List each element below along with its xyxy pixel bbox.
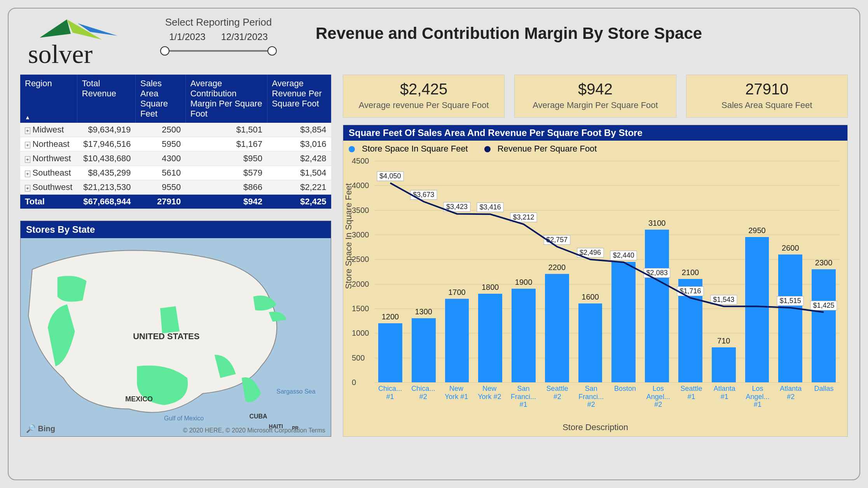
x-category[interactable]: Seattle#1 [679,385,703,403]
x-category[interactable]: NewYork #1 [445,385,468,403]
line-value-label: $3,212 [510,213,537,222]
legend-dot-bar-icon [349,146,355,152]
table-row[interactable]: +Southeast $8,435,2995610$579$1,504 [20,166,331,180]
line-value-label: $2,440 [610,251,637,260]
bar-col[interactable]: 3100 [645,230,669,382]
expand-icon[interactable]: + [25,185,30,192]
table-total-row: Total$67,668,94427910$942$2,425 [20,195,331,209]
x-category[interactable]: Atlanta#1 [713,385,736,403]
table-row[interactable]: +Midwest $9,634,9192500$1,501$3,854 [20,123,331,137]
region-table[interactable]: Region▲Total RevenueSales Area Square Fe… [20,75,331,209]
line-value-label: $3,673 [410,190,437,200]
kpi-card-0[interactable]: $2,425 Average revenue Per Square Foot [343,75,505,118]
chart-card[interactable]: Square Feet Of Sales Area And Revenue Pe… [343,125,848,437]
svg-marker-0 [40,19,71,38]
legend-line-label[interactable]: Revenue Per Square Foot [498,144,597,153]
bar-value-label: 1300 [412,307,436,316]
kpi-value: 27910 [690,80,844,98]
slicer-track[interactable] [160,45,277,56]
line-value-label: $1,716 [677,286,704,296]
y-tick: 2000 [352,279,369,288]
slicer-to-date[interactable]: 12/31/2023 [221,31,268,42]
column-header[interactable]: Average Revenue Per Square Foot [267,75,331,123]
bar-col[interactable]: 1800 [478,294,502,382]
bar-value-label: 2200 [545,263,569,272]
x-category[interactable]: LosAngel...#2 [646,385,670,403]
bar-value-label: 710 [712,336,736,345]
bar-col[interactable]: 2300 [812,269,836,382]
x-category[interactable]: Dallas [812,385,836,403]
line-value-label: $3,423 [444,202,470,212]
x-category[interactable]: SanFranci...#2 [578,385,604,403]
line-value-label: $1,425 [810,301,837,310]
bar[interactable]: 2950 [745,237,769,382]
column-header[interactable]: Average Contribution Margin Per Square F… [185,75,267,123]
y-tick: 4000 [352,181,369,190]
bar[interactable]: 710 [712,347,736,382]
slicer-from-date[interactable]: 1/1/2023 [169,31,205,42]
x-category[interactable]: NewYork #2 [478,385,501,403]
table-row[interactable]: +Southwest $21,213,5309550$866$2,221 [20,180,331,195]
bar[interactable]: 1600 [578,303,603,382]
sort-asc-icon[interactable]: ▲ [25,114,30,120]
table-row[interactable]: +Northwest $10,438,6804300$950$2,428 [20,152,331,166]
bar[interactable]: 2600 [778,254,802,382]
bar-col[interactable]: 1300 [412,318,436,382]
y-tick: 3500 [352,206,369,214]
bar-col[interactable]: 1900 [512,289,536,382]
column-header[interactable]: Sales Area Square Feet [136,75,186,123]
bar-col[interactable]: 2450 [611,262,636,382]
bar-col[interactable]: 1200 [378,323,402,382]
bar-value-label: 2600 [778,244,802,253]
slicer-handle-right[interactable] [267,46,277,56]
bar[interactable]: 2450 [611,262,636,382]
kpi-label: Average revenue Per Square Foot [346,100,501,110]
legend-bar-label[interactable]: Store Space In Square Feet [362,144,468,153]
bar[interactable]: 3100 [645,230,669,382]
slicer-handle-left[interactable] [160,46,169,56]
bar[interactable]: 2200 [545,274,569,382]
map-body[interactable]: UNITED STATES MEXICO Gulf of Mexico Sarg… [21,238,331,436]
bar-col[interactable]: 710 [712,347,736,382]
map-copyright: © 2020 HERE, © 2020 Microsoft Corporatio… [183,427,325,434]
x-category[interactable]: Boston [613,385,637,403]
expand-icon[interactable]: + [25,171,30,177]
kpi-card-1[interactable]: $942 Average Margin Per Square Foot [514,75,676,118]
column-header[interactable]: Total Revenue [77,75,135,123]
kpi-card-2[interactable]: 27910 Sales Area Square Feet [686,75,848,118]
bar-col[interactable]: 1600 [578,303,603,382]
expand-icon[interactable]: + [25,156,30,163]
expand-icon[interactable]: + [25,127,30,134]
x-category[interactable]: Chica...#2 [411,385,435,403]
legend-dot-line-icon [484,146,491,152]
bar-col[interactable]: 1700 [445,299,469,382]
bar[interactable]: 1700 [445,299,469,382]
bar[interactable]: 2300 [812,269,836,382]
date-slicer[interactable]: Select Reporting Period 1/1/2023 12/31/2… [148,16,288,56]
x-category[interactable]: Atlanta#2 [779,385,803,403]
bar-col[interactable]: 2950 [745,237,769,382]
bar[interactable]: 1300 [412,318,436,382]
bar[interactable]: 1200 [378,323,402,382]
table-row[interactable]: +Northeast $17,946,5165950$1,167$3,016 [20,137,331,152]
kpi-value: $2,425 [346,80,501,98]
expand-icon[interactable]: + [25,142,30,148]
line-value-label: $1,543 [710,295,737,305]
map-card[interactable]: Stores By State [20,221,331,437]
bar-value-label: 3100 [645,219,669,228]
bar-col[interactable]: 2600 [778,254,802,382]
bar[interactable]: 1900 [512,289,536,382]
svg-text:UNITED STATES: UNITED STATES [133,331,199,341]
y-tick: 2500 [352,255,369,264]
svg-text:Sargasso Sea: Sargasso Sea [276,388,315,395]
x-category[interactable]: Chica...#1 [378,385,402,403]
x-category[interactable]: SanFranci...#1 [511,385,536,403]
chart-plot[interactable]: 0 500 1000 1500 2000 2500 3000 3500 4000… [374,161,840,406]
column-header[interactable]: Region▲ [20,75,77,123]
bar-col[interactable]: 2200 [545,274,569,382]
x-category[interactable]: LosAngel...#1 [746,385,769,403]
x-category[interactable]: Seattle#2 [545,385,569,403]
bar[interactable]: 1800 [478,294,502,382]
chart-legend[interactable]: Store Space In Square Feet Revenue Per S… [343,141,847,157]
y-tick: 4500 [352,157,369,166]
